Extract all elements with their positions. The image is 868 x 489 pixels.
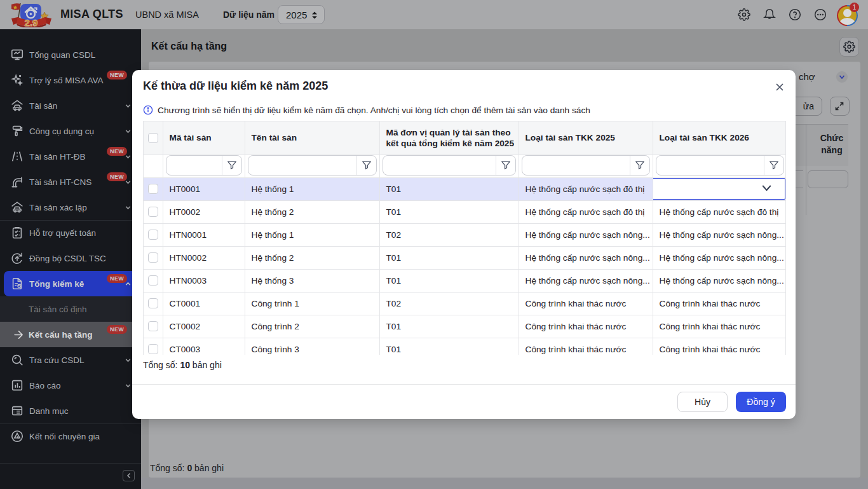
svg-text:2.9: 2.9: [25, 17, 38, 27]
